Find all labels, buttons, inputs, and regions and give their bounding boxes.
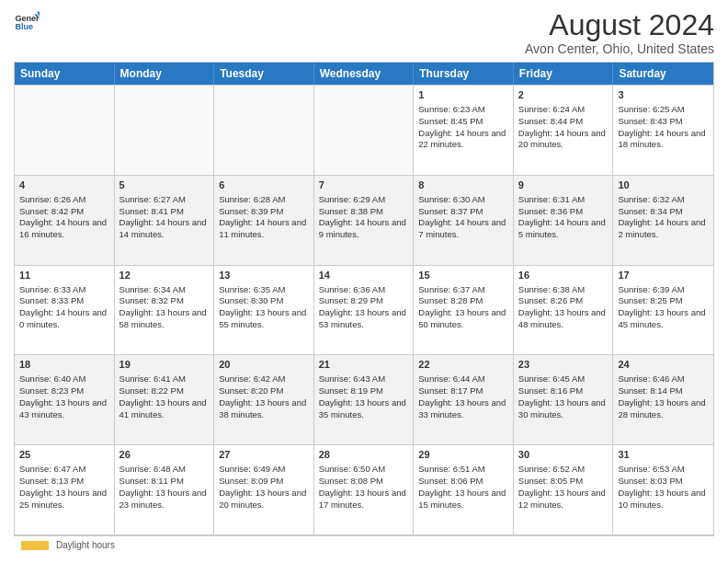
- day-cell-22: 22Sunrise: 6:44 AMSunset: 8:17 PMDayligh…: [414, 355, 514, 444]
- daylight-14: Daylight: 13 hours and 53 minutes.: [319, 307, 409, 331]
- day-number-14: 14: [319, 269, 409, 282]
- calendar: SundayMondayTuesdayWednesdayThursdayFrid…: [14, 62, 714, 535]
- daylight-17: Daylight: 13 hours and 45 minutes.: [618, 307, 709, 331]
- sunrise-15: Sunrise: 6:37 AM: [418, 284, 508, 296]
- day-cell-27: 27Sunrise: 6:49 AMSunset: 8:09 PMDayligh…: [214, 445, 314, 534]
- logo: General Blue: [14, 9, 40, 35]
- daylight-12: Daylight: 13 hours and 58 minutes.: [119, 307, 210, 331]
- empty-cell-0-1: [115, 86, 215, 175]
- daylight-22: Daylight: 13 hours and 33 minutes.: [418, 397, 508, 421]
- daylight-7: Daylight: 14 hours and 9 minutes.: [319, 217, 409, 241]
- day-number-27: 27: [219, 448, 309, 462]
- sunset-12: Sunset: 8:32 PM: [119, 295, 210, 307]
- daylight-23: Daylight: 13 hours and 30 minutes.: [518, 397, 609, 421]
- daylight-8: Daylight: 14 hours and 7 minutes.: [418, 217, 508, 241]
- sunset-13: Sunset: 8:30 PM: [219, 295, 309, 307]
- day-cell-20: 20Sunrise: 6:42 AMSunset: 8:20 PMDayligh…: [214, 355, 314, 444]
- header-friday: Friday: [514, 63, 614, 85]
- sunset-8: Sunset: 8:37 PM: [418, 206, 508, 218]
- calendar-body: 1Sunrise: 6:23 AMSunset: 8:45 PMDaylight…: [15, 85, 713, 534]
- day-cell-9: 9Sunrise: 6:31 AMSunset: 8:36 PMDaylight…: [514, 176, 614, 265]
- day-cell-28: 28Sunrise: 6:50 AMSunset: 8:08 PMDayligh…: [314, 445, 415, 534]
- title-area: August 2024 Avon Center, Ohio, United St…: [525, 9, 714, 56]
- daylight-19: Daylight: 13 hours and 41 minutes.: [119, 397, 210, 421]
- daylight-16: Daylight: 13 hours and 48 minutes.: [518, 307, 609, 331]
- legend: Daylight hours: [14, 535, 714, 554]
- empty-cell-0-3: [314, 86, 415, 175]
- day-number-23: 23: [518, 358, 609, 372]
- legend-bar: [21, 541, 49, 550]
- day-number-12: 12: [119, 269, 210, 282]
- day-number-31: 31: [618, 448, 709, 462]
- sunrise-23: Sunrise: 6:45 AM: [518, 373, 609, 385]
- sunset-25: Sunset: 8:13 PM: [19, 476, 109, 488]
- sunrise-21: Sunrise: 6:43 AM: [319, 373, 409, 385]
- sunrise-31: Sunrise: 6:53 AM: [618, 464, 709, 476]
- day-cell-29: 29Sunrise: 6:51 AMSunset: 8:06 PMDayligh…: [414, 445, 514, 534]
- day-cell-10: 10Sunrise: 6:32 AMSunset: 8:34 PMDayligh…: [613, 176, 713, 265]
- daylight-11: Daylight: 14 hours and 0 minutes.: [19, 307, 109, 331]
- day-number-9: 9: [518, 178, 609, 192]
- day-number-5: 5: [119, 178, 210, 192]
- day-number-11: 11: [19, 269, 109, 282]
- sunset-23: Sunset: 8:16 PM: [518, 385, 609, 397]
- day-cell-13: 13Sunrise: 6:35 AMSunset: 8:30 PMDayligh…: [214, 266, 314, 355]
- sunset-14: Sunset: 8:29 PM: [319, 295, 409, 307]
- sunset-10: Sunset: 8:34 PM: [618, 206, 709, 218]
- sunrise-20: Sunrise: 6:42 AM: [219, 373, 309, 385]
- sunrise-29: Sunrise: 6:51 AM: [418, 464, 508, 476]
- sunrise-26: Sunrise: 6:48 AM: [119, 464, 210, 476]
- header-saturday: Saturday: [613, 63, 713, 85]
- sunrise-1: Sunrise: 6:23 AM: [418, 104, 508, 116]
- daylight-29: Daylight: 13 hours and 15 minutes.: [418, 488, 508, 511]
- sunset-15: Sunset: 8:28 PM: [418, 295, 508, 307]
- sunrise-14: Sunrise: 6:36 AM: [319, 284, 409, 296]
- daylight-21: Daylight: 13 hours and 35 minutes.: [319, 397, 409, 421]
- sunrise-17: Sunrise: 6:39 AM: [618, 284, 709, 296]
- sunset-9: Sunset: 8:36 PM: [518, 206, 609, 218]
- sunrise-16: Sunrise: 6:38 AM: [518, 284, 609, 296]
- sunset-2: Sunset: 8:44 PM: [518, 116, 609, 128]
- sunset-29: Sunset: 8:06 PM: [418, 476, 508, 488]
- legend-label: Daylight hours: [56, 540, 115, 550]
- sunset-22: Sunset: 8:17 PM: [418, 385, 508, 397]
- sunrise-18: Sunrise: 6:40 AM: [19, 373, 109, 385]
- header-tuesday: Tuesday: [214, 63, 314, 85]
- sunset-28: Sunset: 8:08 PM: [319, 476, 409, 488]
- sunset-3: Sunset: 8:43 PM: [618, 116, 709, 128]
- day-number-26: 26: [119, 448, 210, 462]
- daylight-10: Daylight: 14 hours and 2 minutes.: [618, 217, 709, 241]
- day-cell-17: 17Sunrise: 6:39 AMSunset: 8:25 PMDayligh…: [613, 266, 713, 355]
- sunrise-6: Sunrise: 6:28 AM: [219, 194, 309, 206]
- day-number-19: 19: [119, 358, 210, 372]
- daylight-25: Daylight: 13 hours and 25 minutes.: [19, 488, 109, 511]
- daylight-2: Daylight: 14 hours and 20 minutes.: [518, 128, 609, 152]
- sunset-11: Sunset: 8:33 PM: [19, 295, 109, 307]
- sunrise-5: Sunrise: 6:27 AM: [119, 194, 210, 206]
- daylight-6: Daylight: 14 hours and 11 minutes.: [219, 217, 309, 241]
- sunset-24: Sunset: 8:14 PM: [618, 385, 709, 397]
- day-number-8: 8: [418, 178, 508, 192]
- sunset-7: Sunset: 8:38 PM: [319, 206, 409, 218]
- sunrise-7: Sunrise: 6:29 AM: [319, 194, 409, 206]
- sunset-18: Sunset: 8:23 PM: [19, 385, 109, 397]
- empty-cell-0-2: [214, 86, 314, 175]
- sunset-17: Sunset: 8:25 PM: [618, 295, 709, 307]
- daylight-3: Daylight: 14 hours and 18 minutes.: [618, 128, 709, 152]
- day-number-22: 22: [418, 358, 508, 372]
- svg-text:Blue: Blue: [15, 22, 33, 31]
- sunset-16: Sunset: 8:26 PM: [518, 295, 609, 307]
- day-number-2: 2: [518, 88, 609, 102]
- sunrise-8: Sunrise: 6:30 AM: [418, 194, 508, 206]
- day-cell-11: 11Sunrise: 6:33 AMSunset: 8:33 PMDayligh…: [15, 266, 115, 355]
- sunrise-27: Sunrise: 6:49 AM: [219, 464, 309, 476]
- day-cell-24: 24Sunrise: 6:46 AMSunset: 8:14 PMDayligh…: [613, 355, 713, 444]
- daylight-31: Daylight: 13 hours and 10 minutes.: [618, 488, 709, 511]
- day-cell-6: 6Sunrise: 6:28 AMSunset: 8:39 PMDaylight…: [214, 176, 314, 265]
- sunrise-9: Sunrise: 6:31 AM: [518, 194, 609, 206]
- sunrise-19: Sunrise: 6:41 AM: [119, 373, 210, 385]
- day-cell-16: 16Sunrise: 6:38 AMSunset: 8:26 PMDayligh…: [514, 266, 614, 355]
- calendar-week-5: 25Sunrise: 6:47 AMSunset: 8:13 PMDayligh…: [15, 444, 713, 534]
- day-cell-12: 12Sunrise: 6:34 AMSunset: 8:32 PMDayligh…: [115, 266, 215, 355]
- day-number-24: 24: [618, 358, 709, 372]
